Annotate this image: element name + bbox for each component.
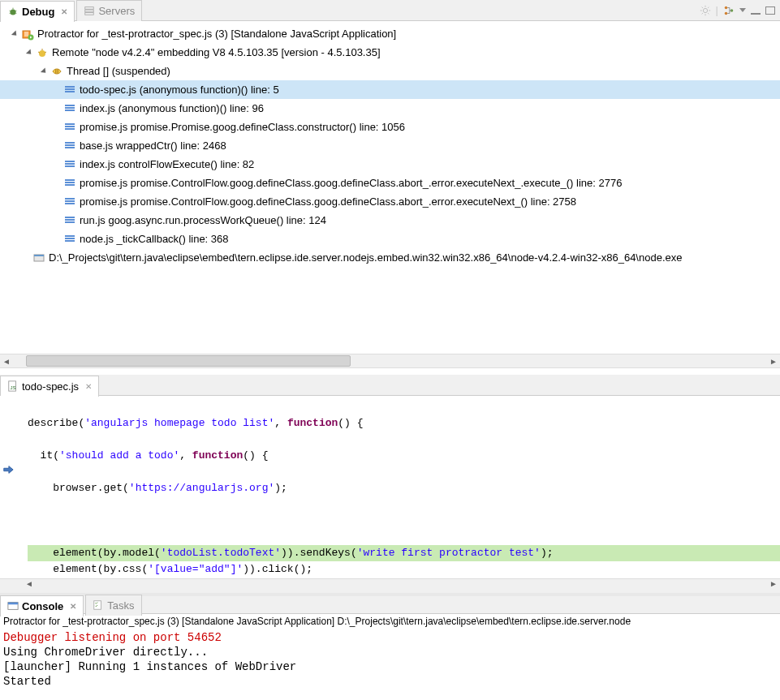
debug-hscroll[interactable]: ◄ ► xyxy=(0,354,780,368)
svg-rect-31 xyxy=(65,144,75,146)
twisty-icon[interactable] xyxy=(24,48,34,58)
scroll-right-icon[interactable]: ► xyxy=(767,579,780,593)
gear-icon[interactable] xyxy=(700,5,711,16)
process-label: D:\_Projects\git\tern.java\eclipse\embed… xyxy=(49,251,682,264)
scroll-thumb[interactable] xyxy=(26,355,351,367)
servers-icon xyxy=(84,5,95,16)
svg-rect-39 xyxy=(65,198,75,200)
svg-rect-33 xyxy=(65,161,75,162)
tab-console[interactable]: Console ✕ xyxy=(0,595,84,616)
console-output[interactable]: Debugger listening on port 54652 Using C… xyxy=(0,629,780,690)
svg-rect-6 xyxy=(85,7,94,10)
editor-hscroll[interactable]: ◄ ► xyxy=(0,578,780,593)
svg-rect-21 xyxy=(65,86,75,88)
console-process-label: Protractor for _test-protractor_spec.js … xyxy=(0,614,780,629)
stack-frame-label: promise.js promise.ControlFlow.goog.defi… xyxy=(80,177,622,189)
console-tabbar: Console ✕ Tasks xyxy=(0,593,780,614)
svg-rect-43 xyxy=(65,219,75,221)
editor-gutter[interactable] xyxy=(0,396,23,578)
close-icon[interactable]: ✕ xyxy=(70,602,76,611)
scroll-left-icon[interactable]: ◄ xyxy=(0,357,13,366)
code-editor[interactable]: describe('angularjs homepage todo list',… xyxy=(0,396,780,578)
stack-frame[interactable]: index.js (anonymous function)() line: 96 xyxy=(0,99,780,118)
stack-frame-label: node.js _tickCallback() line: 368 xyxy=(80,233,229,245)
minimize-icon[interactable] xyxy=(751,6,761,15)
console-line: Started xyxy=(3,674,777,689)
tab-servers-label: Servers xyxy=(98,5,135,17)
console-line: Debugger listening on port 54652 xyxy=(3,630,777,645)
svg-rect-32 xyxy=(65,147,75,148)
scroll-right-icon[interactable]: ► xyxy=(767,357,780,366)
debug-target-icon xyxy=(36,46,49,59)
launch-node[interactable]: Protractor for _test-protractor_spec.js … xyxy=(0,24,780,43)
svg-rect-34 xyxy=(65,163,75,165)
current-line: element(by.model('todoList.todoText')).s… xyxy=(28,545,780,561)
console-line: Using ChromeDriver directly... xyxy=(3,645,777,659)
svg-point-9 xyxy=(703,8,707,12)
stack-frame-label: promise.js promise.ControlFlow.goog.defi… xyxy=(80,195,576,208)
tab-todo-spec[interactable]: JS todo-spec.js ✕ xyxy=(0,376,99,397)
editor-tab-label: todo-spec.js xyxy=(22,380,79,393)
debug-target-label: Remote "node v4.2.4" embedding V8 4.5.10… xyxy=(52,46,381,58)
stack-frame-icon xyxy=(63,140,76,152)
stack-frame[interactable]: node.js _tickCallback() line: 368 xyxy=(0,230,780,248)
tab-debug[interactable]: Debug ✕ xyxy=(0,1,75,22)
svg-rect-20 xyxy=(58,69,59,74)
launch-label: Protractor for _test-protractor_spec.js … xyxy=(37,28,396,40)
svg-rect-42 xyxy=(65,217,75,218)
tree-icon[interactable] xyxy=(723,5,735,16)
stack-frame[interactable]: run.js goog.async.run.processWorkQueue()… xyxy=(0,211,780,230)
svg-rect-40 xyxy=(65,200,75,202)
stack-frame-label: promise.js promise.Promise.goog.defineCl… xyxy=(80,121,405,133)
stack-frame[interactable]: promise.js promise.ControlFlow.goog.defi… xyxy=(0,174,780,192)
separator: | xyxy=(716,4,718,16)
svg-point-15 xyxy=(39,50,45,57)
stack-frame-icon xyxy=(63,233,76,246)
tasks-icon xyxy=(93,599,104,611)
close-icon[interactable]: ✕ xyxy=(61,7,67,16)
maximize-icon[interactable] xyxy=(765,6,775,15)
svg-rect-45 xyxy=(65,235,75,237)
svg-rect-30 xyxy=(65,142,75,144)
stack-frame-icon xyxy=(63,158,76,171)
tab-servers[interactable]: Servers xyxy=(76,0,142,21)
stack-frame-label: index.js controlFlowExecute() line: 82 xyxy=(80,158,254,170)
stack-frame[interactable]: base.js wrappedCtr() line: 2468 xyxy=(0,136,780,155)
js-file-icon: JS xyxy=(7,380,19,392)
tasks-tab-label: Tasks xyxy=(107,599,134,612)
debug-target-node[interactable]: Remote "node v4.2.4" embedding V8 4.5.10… xyxy=(0,43,780,62)
twisty-icon[interactable] xyxy=(39,67,49,76)
stack-frame[interactable]: index.js controlFlowExecute() line: 82 xyxy=(0,155,780,174)
stack-frame-icon xyxy=(63,84,76,97)
svg-rect-23 xyxy=(65,91,75,92)
svg-text:JS: JS xyxy=(11,384,16,390)
svg-rect-35 xyxy=(65,165,75,167)
scroll-left-icon[interactable]: ◄ xyxy=(23,579,36,593)
view-menu-icon[interactable] xyxy=(739,8,746,12)
svg-rect-27 xyxy=(65,123,75,125)
instruction-pointer-icon xyxy=(2,464,14,475)
tab-tasks[interactable]: Tasks xyxy=(85,595,141,616)
debug-tree[interactable]: Protractor for _test-protractor_spec.js … xyxy=(0,21,780,354)
code-body[interactable]: describe('angularjs homepage todo list',… xyxy=(0,396,780,578)
thread-label: Thread [] (suspended) xyxy=(67,65,170,77)
twisty-icon[interactable] xyxy=(10,29,19,39)
svg-rect-49 xyxy=(34,255,44,256)
svg-rect-47 xyxy=(65,240,75,242)
svg-rect-44 xyxy=(65,221,75,223)
svg-rect-29 xyxy=(65,128,75,130)
stack-frame-label: todo-spec.js (anonymous function)() line… xyxy=(80,84,279,96)
stack-frame[interactable]: promise.js promise.ControlFlow.goog.defi… xyxy=(0,192,780,211)
process-node[interactable]: D:\_Projects\git\tern.java\eclipse\embed… xyxy=(0,248,780,267)
svg-rect-46 xyxy=(65,238,75,239)
stack-frame[interactable]: todo-spec.js (anonymous function)() line… xyxy=(0,80,780,99)
console-line: [launcher] Running 1 instances of WebDri… xyxy=(3,659,777,674)
close-icon[interactable]: ✕ xyxy=(85,382,92,391)
editor-tabbar: JS todo-spec.js ✕ xyxy=(0,375,780,396)
svg-rect-53 xyxy=(8,603,18,605)
svg-rect-54 xyxy=(94,601,101,610)
stack-frame[interactable]: promise.js promise.Promise.goog.defineCl… xyxy=(0,118,780,136)
stack-frame-icon xyxy=(63,214,76,227)
thread-node[interactable]: Thread [] (suspended) xyxy=(0,62,780,80)
stack-frame-icon xyxy=(63,102,76,115)
